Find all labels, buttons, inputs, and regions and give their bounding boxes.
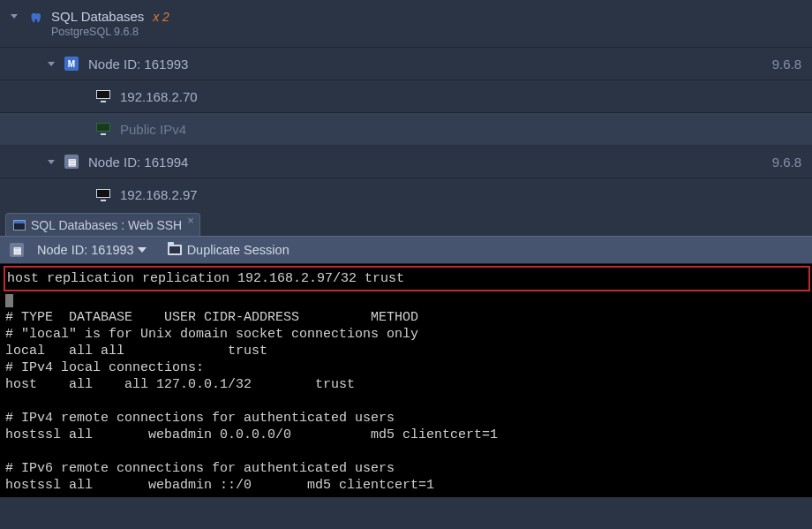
group-count-badge: x 2 bbox=[153, 10, 169, 24]
monitor-icon bbox=[95, 89, 111, 103]
highlighted-line: host replication replication 192.168.2.9… bbox=[4, 266, 810, 291]
sidebar-tree: SQL Databases x 2 PostgreSQL 9.6.8 M Nod… bbox=[0, 0, 812, 211]
monitor-icon bbox=[95, 188, 111, 202]
terminal-cursor bbox=[5, 294, 13, 307]
public-ip-label: Public IPv4 bbox=[120, 122, 186, 137]
tree-ip-row[interactable]: 192.168.2.70 bbox=[0, 80, 812, 113]
node-id-label: Node ID: 161994 bbox=[88, 155, 188, 170]
node-badge-icon: ▤ bbox=[9, 243, 25, 257]
terminal-output[interactable]: host replication replication 192.168.2.9… bbox=[0, 264, 812, 497]
tab-bar: SQL Databases : Web SSH × bbox=[0, 211, 812, 236]
tree-ip-row[interactable]: 192.168.2.97 bbox=[0, 178, 812, 211]
terminal-body: # TYPE DATABASE USER CIDR-ADDRESS METHOD… bbox=[0, 308, 812, 497]
toolbar-node-selector[interactable]: Node ID: 161993 bbox=[37, 243, 147, 257]
postgres-elephant-icon bbox=[29, 11, 47, 26]
tab-label: SQL Databases : Web SSH bbox=[31, 218, 182, 232]
terminal-icon bbox=[13, 220, 26, 230]
chevron-down-icon[interactable] bbox=[11, 14, 18, 19]
duplicate-icon bbox=[168, 245, 182, 255]
tab-web-ssh[interactable]: SQL Databases : Web SSH × bbox=[5, 213, 200, 236]
group-subtitle: PostgreSQL 9.6.8 bbox=[51, 26, 169, 38]
chevron-down-icon[interactable] bbox=[48, 160, 55, 164]
ssh-toolbar: ▤ Node ID: 161993 Duplicate Session bbox=[0, 236, 812, 264]
node-id-label: Node ID: 161993 bbox=[88, 57, 188, 72]
dropdown-arrow-icon bbox=[138, 247, 147, 253]
node-version: 9.6.8 bbox=[772, 57, 801, 72]
group-title: SQL Databases bbox=[51, 9, 144, 24]
tree-public-ip-row[interactable]: Public IPv4 bbox=[0, 113, 812, 146]
chevron-down-icon[interactable] bbox=[48, 62, 55, 66]
monitor-green-icon bbox=[95, 122, 111, 136]
duplicate-label: Duplicate Session bbox=[187, 243, 289, 257]
node-version: 9.6.8 bbox=[772, 155, 801, 170]
node-badge-icon: ▤ bbox=[64, 155, 79, 169]
close-icon[interactable]: × bbox=[187, 214, 194, 227]
toolbar-node-label: Node ID: 161993 bbox=[37, 243, 134, 257]
master-badge-icon: M bbox=[64, 57, 79, 71]
group-header[interactable]: SQL Databases x 2 PostgreSQL 9.6.8 bbox=[0, 5, 812, 48]
tree-node-row[interactable]: M Node ID: 161993 9.6.8 bbox=[0, 48, 812, 80]
ip-label: 192.168.2.70 bbox=[120, 89, 198, 104]
ip-label: 192.168.2.97 bbox=[120, 187, 198, 202]
tree-node-row[interactable]: ▤ Node ID: 161994 9.6.8 bbox=[0, 146, 812, 178]
duplicate-session-button[interactable]: Duplicate Session bbox=[161, 243, 289, 257]
